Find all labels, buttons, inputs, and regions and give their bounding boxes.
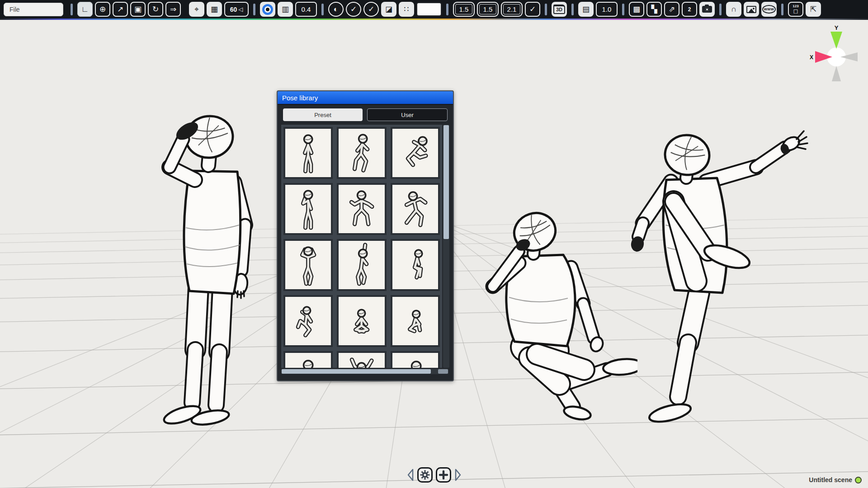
pose-thumbnail-standing-partial-2[interactable] — [391, 351, 440, 368]
toolbar-divider-3 — [321, 4, 324, 15]
pose-thumbnail-reaching-up[interactable] — [337, 239, 386, 291]
scene-label: Untitled scene — [809, 476, 862, 483]
cube-icon: ◻ — [793, 8, 798, 14]
toolbar-divider-6 — [571, 4, 574, 15]
floor-grid-button[interactable]: ▦ — [207, 2, 222, 17]
move-axes-tool-button[interactable]: ∟ — [77, 2, 93, 17]
viewport-3d[interactable]: Y X Pose library PresetUser — [0, 20, 868, 488]
param-value-3[interactable]: 2.1 — [501, 2, 523, 17]
toolbar-divider-5 — [545, 4, 547, 15]
focus-target-button[interactable] — [260, 2, 275, 17]
pose-thumbnail-walking[interactable] — [337, 127, 386, 179]
mannequin-sitting[interactable] — [466, 190, 637, 434]
image-button[interactable] — [744, 2, 759, 17]
mannequin-knee-raise[interactable] — [624, 122, 814, 438]
opacity-value-field[interactable]: 0.4 — [295, 2, 317, 17]
sphere-group-button[interactable]: ∷ — [399, 2, 414, 17]
vertical-scrollbar[interactable] — [443, 125, 449, 368]
horizontal-scrollbar-cap — [438, 369, 448, 374]
toolbar-divider-8 — [719, 4, 722, 15]
main-toolbar: File∟⊕↗▣↻⇒⌖▦60◁▥0.4◐✓✓◪∷1.51.52.1✓3D▤1.0… — [0, 0, 868, 20]
figure-settings-button[interactable] — [417, 467, 433, 483]
pose-thumbnail-crouching[interactable] — [391, 295, 440, 347]
frame-count-button[interactable]: 2 — [682, 2, 697, 17]
toggle-checkbox[interactable]: ✓ — [525, 2, 540, 17]
graph-select-button[interactable]: ⇗ — [664, 2, 679, 17]
gizmo-y-axis-cone[interactable] — [830, 32, 842, 49]
vertical-scrollbar-thumb[interactable] — [443, 125, 449, 239]
pose-thumbnail-saluting[interactable] — [283, 183, 333, 235]
screenshot-camera-button[interactable] — [699, 2, 715, 17]
mannequin-saluting[interactable] — [151, 111, 269, 438]
pose-thumbnail-seated-thinking[interactable] — [283, 295, 333, 347]
pose-thumbnail-standing[interactable] — [283, 127, 333, 179]
speaker-cone-icon: ◁ — [238, 6, 243, 12]
translate-arrow-tool-button[interactable]: ↗ — [113, 2, 128, 17]
pose-thumbnail-sitting-cross-legged[interactable] — [337, 295, 386, 347]
pose-library-dialog: Pose library PresetUser — [277, 90, 454, 381]
param-value-2[interactable]: 1.5 — [477, 2, 499, 17]
pose-grid-wrap — [281, 125, 449, 374]
dialog-tabs: PresetUser — [278, 105, 453, 124]
horizontal-scrollbar[interactable] — [281, 369, 448, 374]
timeline-bars-button[interactable]: ▚ — [646, 2, 662, 17]
file-menu-button[interactable]: File — [4, 3, 63, 16]
gizmo-x-label: X — [810, 54, 813, 61]
target-icon — [262, 4, 273, 15]
pose-thumbnail-hands-to-ears[interactable] — [283, 239, 333, 291]
globe-rotate-tool-button[interactable]: ⊕ — [95, 2, 110, 17]
gear-icon — [420, 470, 430, 480]
move-cube-tool-button[interactable]: ⇒ — [165, 2, 181, 17]
fullscreen-button[interactable]: ⇱ — [806, 2, 821, 17]
pose-thumbnail-ready-stance[interactable] — [337, 183, 386, 235]
toolbar-divider-1 — [71, 4, 73, 15]
film-window-button[interactable]: ▤ — [578, 2, 594, 17]
tab-user[interactable]: User — [367, 108, 448, 121]
toolbar-divider-7 — [622, 4, 624, 15]
pose-grid — [281, 125, 442, 368]
scale-box-tool-button[interactable]: ▣ — [130, 2, 146, 17]
fps-camera-button[interactable]: 60◁ — [224, 2, 249, 17]
folder-3d-icon: 3D — [553, 5, 565, 14]
cube-dimensions-button[interactable]: 123◻ — [788, 2, 803, 17]
pin-cube-button[interactable]: ⌖ — [189, 2, 204, 17]
tab-preset[interactable]: Preset — [283, 108, 363, 121]
shaded-cube-button[interactable]: ▥ — [278, 2, 293, 17]
scene-status-dot — [855, 477, 862, 483]
toolbar-divider-2 — [253, 4, 255, 15]
rotate-cube-tool-button[interactable]: ↻ — [148, 2, 163, 17]
web-globe-button[interactable]: www — [761, 2, 777, 17]
horizontal-scrollbar-thumb[interactable] — [282, 369, 431, 374]
toolbar-divider-4 — [446, 4, 448, 15]
orientation-gizmo[interactable]: Y X — [800, 24, 868, 88]
scale-ticket-field[interactable]: 1.0 — [596, 2, 618, 17]
next-figure-chevron[interactable] — [454, 468, 462, 482]
pose-thumbnail-throwing[interactable] — [391, 183, 440, 235]
pose-thumbnail-cheering-partial[interactable] — [337, 351, 386, 368]
add-figure-button[interactable] — [436, 467, 451, 483]
check-circle-button[interactable]: ✓ — [363, 2, 379, 17]
pose-thumbnail-sitting-chair[interactable] — [391, 239, 440, 291]
dialog-titlebar[interactable]: Pose library — [278, 91, 453, 105]
check-dotted-button[interactable]: ✓ — [346, 2, 361, 17]
www-globe-icon: www — [762, 5, 776, 14]
background-color-swatch[interactable] — [416, 2, 442, 16]
picture-icon — [746, 6, 756, 13]
plus-icon — [439, 470, 448, 479]
wedge-cube-button[interactable]: ◪ — [381, 2, 396, 17]
prev-figure-chevron[interactable] — [407, 468, 414, 482]
figure-controls — [0, 467, 868, 483]
pose-thumbnail-standing-partial[interactable] — [283, 351, 333, 368]
shadow-sphere-button[interactable]: ◐ — [328, 2, 344, 17]
param-value-1[interactable]: 1.5 — [453, 2, 475, 17]
camera-icon — [702, 6, 712, 13]
scene-name-label: Untitled scene — [809, 476, 852, 483]
toolbar-divider-9 — [781, 4, 783, 15]
audio-headphones-button[interactable]: ∩ — [726, 2, 741, 17]
pose-thumbnail-sprinting[interactable] — [391, 127, 440, 179]
texture-pattern-button[interactable]: ▩ — [629, 2, 644, 17]
gizmo-neg-y-cone[interactable] — [832, 66, 841, 81]
gizmo-y-label: Y — [835, 24, 839, 31]
folder-3d-button[interactable]: 3D — [552, 2, 567, 17]
